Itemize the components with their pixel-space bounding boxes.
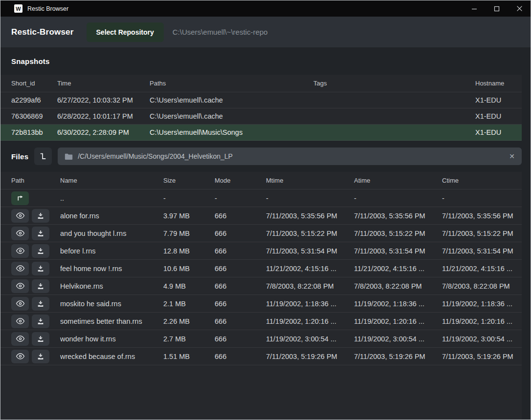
download-file-button[interactable] xyxy=(32,350,49,363)
file-size: 4.9 MB xyxy=(163,282,215,290)
file-mtime: 11/21/2002, 4:15:16 ... xyxy=(266,265,354,273)
snapshot-time: 6/30/2022, 2:28:09 PM xyxy=(57,128,150,136)
file-row: sometimes better than.rns 2.26 MB 666 11… xyxy=(0,313,531,330)
files-toolbar: Files /C/Users/emuell/Music/Songs/2004_H… xyxy=(0,141,531,172)
window-controls xyxy=(463,0,531,17)
maximize-button[interactable] xyxy=(486,0,508,17)
download-file-button[interactable] xyxy=(32,332,49,346)
select-repository-button[interactable]: Select Repository xyxy=(87,22,164,42)
column-header-mode: Mode xyxy=(215,177,266,184)
column-header-ctime: Ctime xyxy=(442,177,520,184)
preview-file-button[interactable] xyxy=(11,209,29,223)
file-name: feel home now !.rns xyxy=(60,265,163,273)
snapshots-heading-band: Snapshots xyxy=(0,47,531,75)
file-row: before l.rns 12.8 MB 666 7/11/2003, 5:31… xyxy=(0,242,531,260)
download-icon xyxy=(37,335,44,343)
minimize-icon xyxy=(471,6,477,12)
eye-icon xyxy=(16,317,25,325)
file-path-value: /C/Users/emuell/Music/Songs/2004_Helveti… xyxy=(78,152,504,160)
file-ctime: 11/19/2002, 1:20:16 ... xyxy=(442,317,520,325)
minimize-button[interactable] xyxy=(463,0,486,17)
preview-file-button[interactable] xyxy=(11,315,29,328)
arrow-up-right-icon xyxy=(16,194,24,203)
file-atime: 7/11/2003, 5:15:22 PM xyxy=(354,230,442,237)
download-file-button[interactable] xyxy=(32,244,49,258)
file-ctime: 11/21/2002, 4:15:16 ... xyxy=(442,265,520,273)
file-ctime: 7/11/2003, 5:15:22 PM xyxy=(442,230,520,237)
file-mtime: - xyxy=(266,194,354,202)
clear-path-button[interactable]: ✕ xyxy=(509,153,515,160)
download-icon xyxy=(37,353,44,360)
download-file-button[interactable] xyxy=(32,279,49,293)
preview-file-button[interactable] xyxy=(11,332,29,346)
download-file-button[interactable] xyxy=(32,315,49,328)
column-header-mtime: Mtime xyxy=(266,177,354,184)
file-atime: 11/19/2002, 1:18:36 ... xyxy=(354,300,442,308)
column-header-size: Size xyxy=(163,177,215,184)
preview-file-button[interactable] xyxy=(11,262,29,275)
preview-file-button[interactable] xyxy=(11,244,29,258)
file-name: and you thought l.rns xyxy=(60,230,163,237)
tree-view-toggle-button[interactable] xyxy=(34,147,52,165)
file-size: 12.8 MB xyxy=(163,247,215,255)
file-name: wonder how it.rns xyxy=(60,335,163,343)
download-icon xyxy=(37,230,44,237)
eye-icon xyxy=(16,230,25,237)
file-path-input[interactable]: /C/Users/emuell/Music/Songs/2004_Helveti… xyxy=(58,147,522,165)
download-file-button[interactable] xyxy=(32,227,49,240)
repository-path: C:\Users\emuell\~\restic-repo xyxy=(173,28,268,36)
close-button[interactable] xyxy=(508,0,531,17)
snapshot-hostname: X1-EDU xyxy=(475,128,520,136)
file-name: moskito he said.rns xyxy=(60,300,163,308)
column-header-hostname: Hostname xyxy=(475,80,520,87)
snapshots-table: Short_id Time Paths Tags Hostname a2299a… xyxy=(0,75,531,141)
file-mode: 666 xyxy=(215,335,266,343)
preview-file-button[interactable] xyxy=(11,297,29,311)
close-icon xyxy=(516,5,523,12)
file-size: - xyxy=(163,194,215,202)
file-mtime: 7/11/2003, 5:15:22 PM xyxy=(266,230,354,237)
snapshot-time: 6/28/2022, 10:01:17 PM xyxy=(57,112,150,120)
folder-icon xyxy=(65,153,73,160)
file-mode: - xyxy=(215,194,266,202)
file-size: 7.79 MB xyxy=(163,230,215,237)
file-name: .. xyxy=(60,194,163,202)
file-row: feel home now !.rns 10.6 MB 666 11/21/20… xyxy=(0,260,531,277)
file-atime: 11/19/2002, 1:20:16 ... xyxy=(354,317,442,325)
file-size: 2.26 MB xyxy=(163,317,215,325)
preview-file-button[interactable] xyxy=(11,350,29,363)
file-size: 2.7 MB xyxy=(163,335,215,343)
parent-dir-button[interactable] xyxy=(11,191,29,205)
snapshot-short-id: 76306869 xyxy=(11,112,57,120)
file-size: 2.1 MB xyxy=(163,300,215,308)
snapshot-row[interactable]: 76306869 6/28/2022, 10:01:17 PM C:\Users… xyxy=(0,108,531,125)
file-mtime: 11/19/2002, 1:18:36 ... xyxy=(266,300,354,308)
window-title: Restic Browser xyxy=(27,5,68,12)
snapshots-heading: Snapshots xyxy=(11,57,49,65)
download-file-button[interactable] xyxy=(32,297,49,311)
eye-icon xyxy=(16,282,25,290)
titlebar: W Restic Browser xyxy=(0,0,531,17)
snapshot-time: 6/27/2022, 10:03:32 PM xyxy=(57,96,150,104)
snapshot-row[interactable]: 72b813bb 6/30/2022, 2:28:09 PM C:\Users\… xyxy=(0,125,531,141)
download-icon xyxy=(37,317,44,325)
preview-file-button[interactable] xyxy=(11,279,29,293)
file-atime: 11/19/2002, 3:00:54 ... xyxy=(354,335,442,343)
file-ctime: 7/8/2003, 8:22:08 PM xyxy=(442,282,520,290)
download-file-button[interactable] xyxy=(32,209,49,223)
file-name: before l.rns xyxy=(60,247,163,255)
file-row: Helvikone.rns 4.9 MB 666 7/8/2003, 8:22:… xyxy=(0,277,531,295)
file-mode: 666 xyxy=(215,317,266,325)
parent-dir-row: .. - - - - - xyxy=(0,189,531,207)
snapshot-row[interactable]: a2299af6 6/27/2022, 10:03:32 PM C:\Users… xyxy=(0,92,531,108)
snapshots-table-body: a2299af6 6/27/2022, 10:03:32 PM C:\Users… xyxy=(0,92,531,141)
snapshot-paths: C:\Users\emuell\.cache xyxy=(150,96,313,104)
tree-icon xyxy=(38,151,48,161)
download-file-button[interactable] xyxy=(32,262,49,275)
file-ctime: 11/19/2002, 1:18:36 ... xyxy=(442,300,520,308)
app-icon: W xyxy=(14,4,22,13)
file-name: alone for.rns xyxy=(60,212,163,220)
preview-file-button[interactable] xyxy=(11,227,29,240)
file-ctime: - xyxy=(442,194,520,202)
maximize-icon xyxy=(494,6,500,12)
